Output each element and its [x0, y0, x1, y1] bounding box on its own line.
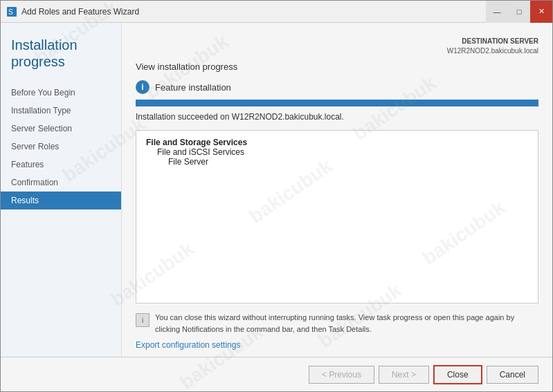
progress-bar — [136, 100, 538, 106]
close-button[interactable]: Close — [433, 365, 482, 384]
feature-label: Feature installation — [155, 82, 231, 93]
progress-bar-fill — [136, 100, 538, 106]
result-item-1: File and iSCSI Services — [146, 147, 528, 157]
sidebar-item-features[interactable]: Features — [1, 156, 121, 174]
destination-server-info: DESTINATION SERVER W12R2NOD2.bakicubuk.l… — [136, 37, 538, 56]
sidebar-item-server-selection[interactable]: Server Selection — [1, 120, 121, 138]
dest-server-label: DESTINATION SERVER — [136, 37, 538, 46]
notice-icon: i — [136, 313, 149, 327]
window-icon: S — [6, 6, 17, 17]
maximize-button[interactable]: □ — [508, 1, 530, 23]
dest-server-value: W12R2NOD2.bakicubuk.local — [136, 46, 538, 56]
results-box: File and Storage Services File and iSCSI… — [136, 130, 538, 304]
sidebar-item-before-you-begin[interactable]: Before You Begin — [1, 84, 121, 102]
notice-row: i You can close this wizard without inte… — [136, 312, 538, 335]
result-item-0: File and Storage Services — [146, 138, 528, 147]
section-title: View installation progress — [136, 62, 538, 72]
export-config-link[interactable]: Export configuration settings — [136, 340, 538, 350]
result-item-2: File Server — [146, 157, 528, 167]
next-button[interactable]: Next > — [379, 366, 429, 384]
info-icon: i — [136, 80, 149, 94]
sidebar-item-confirmation[interactable]: Confirmation — [1, 174, 121, 192]
window-title: Add Roles and Features Wizard — [21, 7, 139, 17]
notice-text: You can close this wizard without interr… — [155, 312, 538, 335]
window-close-button[interactable]: ✕ — [530, 1, 552, 23]
titlebar: S Add Roles and Features Wizard — □ ✕ — [1, 1, 552, 23]
svg-text:S: S — [8, 8, 13, 16]
minimize-button[interactable]: — — [486, 1, 508, 23]
sidebar-item-installation-type[interactable]: Installation Type — [1, 102, 121, 120]
feature-row: i Feature installation — [136, 80, 538, 94]
cancel-button[interactable]: Cancel — [487, 366, 538, 384]
footer: < Previous Next > Close Cancel — [1, 357, 552, 391]
sidebar: Installation progress Before You Begin I… — [1, 23, 122, 357]
sidebar-item-server-roles[interactable]: Server Roles — [1, 138, 121, 156]
success-message: Installation succeeded on W12R2NOD2.baki… — [136, 112, 538, 122]
previous-button[interactable]: < Previous — [309, 366, 374, 384]
main-panel: DESTINATION SERVER W12R2NOD2.bakicubuk.l… — [122, 23, 552, 357]
window-controls: — □ ✕ — [486, 1, 552, 23]
sidebar-title: Installation progress — [1, 37, 121, 84]
sidebar-item-results[interactable]: Results — [1, 192, 121, 209]
